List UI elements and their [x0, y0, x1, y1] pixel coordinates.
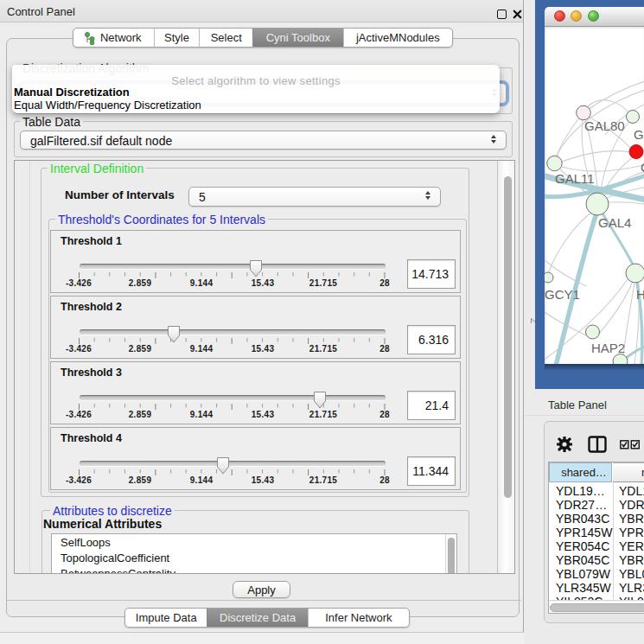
svg-text:HAP2: HAP2	[591, 341, 625, 355]
svg-text:GA: GA	[634, 127, 644, 142]
svg-text:GAL11: GAL11	[555, 171, 595, 186]
svg-text:C: C	[641, 160, 644, 175]
svg-text:GCY1: GCY1	[545, 287, 580, 302]
svg-text:HA: HA	[636, 287, 644, 302]
svg-text:GAL4: GAL4	[598, 215, 631, 230]
svg-text:GAL80: GAL80	[584, 118, 625, 133]
